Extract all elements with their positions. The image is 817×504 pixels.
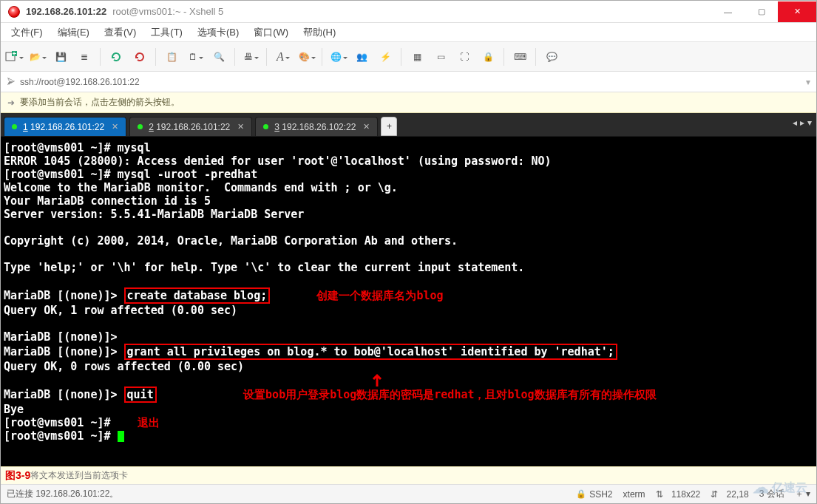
figure-label: 图3-9 xyxy=(5,469,30,483)
tile-button[interactable]: ▦ xyxy=(407,47,427,67)
menubar: 文件(F) 编辑(E) 查看(V) 工具(T) 选项卡(B) 窗口(W) 帮助(… xyxy=(1,23,816,42)
encoding-button[interactable]: 🌐 xyxy=(328,47,348,67)
reconnect-button[interactable] xyxy=(106,47,126,67)
toolbar: 📂 💾 ≣ 📋 🗒 🔍 🖶 A 🎨 🌐 👥 ⚡ ▦ ▭ ⛶ 🔒 ⌨ 💬 xyxy=(1,42,816,72)
status-connection: 已连接 192.168.26.101:22。 xyxy=(7,488,566,500)
annotation-box: grant all privileges on blog.* to bob@'l… xyxy=(124,344,617,360)
status-dot-icon xyxy=(263,124,268,129)
new-session-button[interactable] xyxy=(4,47,23,67)
status-dot-icon xyxy=(12,124,17,129)
close-icon[interactable]: ✕ xyxy=(237,122,244,132)
tab-2[interactable]: 2 192.168.26.101:22 ✕ xyxy=(129,117,252,136)
tabs-prev-icon[interactable]: ◂ xyxy=(793,118,797,128)
menu-edit[interactable]: 编辑(E) xyxy=(52,24,95,41)
users-button[interactable]: 👥 xyxy=(352,47,371,67)
tab-1[interactable]: 1 192.168.26.101:22 ✕ xyxy=(4,117,126,136)
minimize-button[interactable]: — xyxy=(711,1,745,22)
title-session: root@vms001:~ - Xshell 5 xyxy=(112,6,223,17)
compose-bar[interactable]: 图3-9 将文本发送到当前选项卡 xyxy=(1,466,816,484)
cloud-icon: ☁ xyxy=(753,478,769,497)
menu-tabs[interactable]: 选项卡(B) xyxy=(191,24,245,41)
title-host: 192.168.26.101:22 xyxy=(26,6,106,17)
addr-arrow-icon: ⮚ xyxy=(7,77,16,87)
session-tabs: 1 192.168.26.101:22 ✕ 2 192.168.26.101:2… xyxy=(1,113,816,137)
fullscreen-button[interactable]: ⛶ xyxy=(455,47,474,67)
status-dot-icon xyxy=(138,124,143,129)
watermark: ☁ 亿速云 xyxy=(753,478,807,497)
tabs-menu-icon[interactable]: ▾ xyxy=(807,118,812,128)
menu-file[interactable]: 文件(F) xyxy=(5,24,49,41)
disconnect-button[interactable] xyxy=(130,47,149,67)
print-button[interactable]: 🖶 xyxy=(241,47,260,67)
terminal[interactable]: [root@vms001 ~]# mysql ERROR 1045 (28000… xyxy=(1,137,816,466)
annotation-text: 设置bob用户登录blog数据库的密码是redhat，且对blog数据库有所有的… xyxy=(243,388,657,401)
copy-button[interactable]: 📋 xyxy=(162,47,181,67)
status-termtype: xterm xyxy=(623,489,645,500)
status-protocol: SSH2 xyxy=(576,489,612,500)
status-cursor: ⇵ 22,18 xyxy=(711,489,748,500)
save-button[interactable]: 💾 xyxy=(51,47,70,67)
cursor xyxy=(118,431,124,442)
close-icon[interactable]: ✕ xyxy=(112,122,118,132)
keymap-button[interactable]: ⌨ xyxy=(510,47,529,67)
find-button[interactable]: 🔍 xyxy=(209,47,228,67)
hint-text: 要添加当前会话，点击左侧的箭头按钮。 xyxy=(20,96,180,109)
address-url: ssh://root@192.168.26.101:22 xyxy=(20,77,140,87)
annotation-text: 创建一个数据库名为blog xyxy=(316,289,443,302)
paste-button[interactable]: 🗒 xyxy=(186,47,205,67)
properties-button[interactable]: ≣ xyxy=(75,47,94,67)
annotation-box: create database blog; xyxy=(124,287,271,304)
chat-button[interactable]: 💬 xyxy=(542,47,561,67)
menu-tools[interactable]: 工具(T) xyxy=(145,24,189,41)
tabs-next-icon[interactable]: ▸ xyxy=(800,118,804,128)
hint-arrow-icon[interactable]: ➜ xyxy=(5,97,17,109)
arrow-up-icon xyxy=(370,373,384,386)
status-size: ⇅ 118x22 xyxy=(656,489,701,500)
add-tab-button[interactable]: + xyxy=(381,117,397,136)
app-icon xyxy=(8,6,20,18)
open-button[interactable]: 📂 xyxy=(27,47,47,67)
hint-bar: ➜ 要添加当前会话，点击左侧的箭头按钮。 xyxy=(1,92,816,113)
status-bar: 已连接 192.168.26.101:22。 SSH2 xterm ⇅ 118x… xyxy=(1,484,816,503)
menu-window[interactable]: 窗口(W) xyxy=(248,24,294,41)
quick-command-button[interactable]: ⚡ xyxy=(376,47,395,67)
annotation-text: 退出 xyxy=(138,416,160,429)
menu-help[interactable]: 帮助(H) xyxy=(297,24,342,41)
maximize-button[interactable]: ▢ xyxy=(745,1,778,22)
lock-button[interactable]: 🔒 xyxy=(478,47,498,67)
compose-placeholder: 将文本发送到当前选项卡 xyxy=(30,469,128,482)
color-scheme-button[interactable]: 🎨 xyxy=(296,47,316,67)
address-bar[interactable]: ⮚ ssh://root@192.168.26.101:22 ▾ xyxy=(1,72,816,92)
menu-view[interactable]: 查看(V) xyxy=(98,24,142,41)
close-icon[interactable]: ✕ xyxy=(363,122,370,132)
close-button[interactable]: ✕ xyxy=(778,1,816,22)
tab-3[interactable]: 3 192.168.26.102:22 ✕ xyxy=(255,117,378,136)
scale-button[interactable]: ▭ xyxy=(431,47,450,67)
font-button[interactable]: A xyxy=(273,47,292,67)
annotation-box: quit xyxy=(124,386,157,403)
